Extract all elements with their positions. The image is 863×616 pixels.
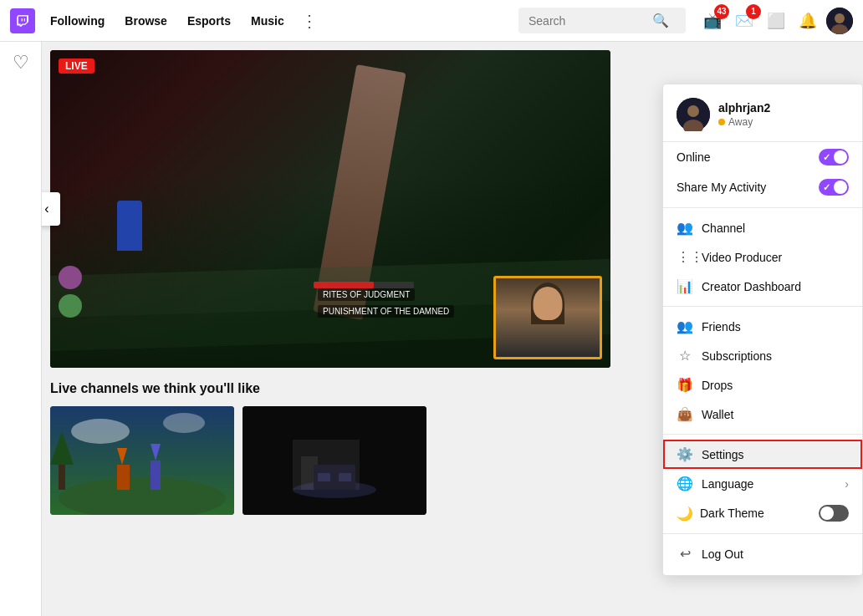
wallet-icon: 👜: [677, 406, 693, 422]
language-label: Language: [702, 477, 836, 491]
svg-point-1: [835, 13, 845, 23]
nav-following[interactable]: Following: [42, 9, 113, 33]
channel-card-2[interactable]: LIVE: [243, 406, 426, 515]
nav-links: Following Browse Esports Music ⋮: [42, 9, 323, 33]
svg-rect-11: [117, 465, 130, 490]
online-toggle[interactable]: ✓: [819, 149, 849, 165]
menu-item-friends[interactable]: 👥 Friends: [663, 312, 862, 341]
toggle-check2-icon: ✓: [823, 182, 830, 193]
messages-badge: 43: [714, 4, 729, 19]
dark-scene: [243, 406, 426, 515]
twitch-logo[interactable]: [10, 8, 35, 33]
user-avatar-button[interactable]: [826, 8, 853, 34]
webcam-person: [496, 278, 600, 357]
channel-thumb-2: LIVE: [243, 406, 426, 515]
main-content: ♡ LIVE RITES OF JUDGMENT PUNISH: [0, 42, 863, 616]
channel-mini-avatar: [59, 266, 82, 289]
share-activity-toggle[interactable]: ✓: [819, 179, 849, 196]
logout-icon: ↩: [677, 546, 693, 562]
toggle-check-icon: ✓: [823, 152, 830, 163]
webcam-overlay: [493, 276, 602, 359]
health-bar-fill: [314, 282, 374, 288]
alerts-badge: 1: [746, 4, 761, 19]
menu-item-video-producer[interactable]: ⋮⋮ Video Producer: [663, 242, 862, 272]
top-navigation: Following Browse Esports Music ⋮ 🔍 📺 43 …: [0, 0, 863, 42]
subscriptions-label: Subscriptions: [702, 349, 849, 363]
menu-item-subscriptions[interactable]: ☆ Subscriptions: [663, 341, 862, 370]
menu-item-language[interactable]: 🌐 Language ›: [663, 469, 862, 498]
creator-dashboard-icon: 📊: [677, 278, 693, 294]
creator-dashboard-label: Creator Dashboard: [702, 280, 849, 293]
status-dot-icon: [718, 119, 725, 125]
menu-divider-2: [663, 306, 862, 307]
share-activity-label: Share My Activity: [677, 181, 766, 194]
search-input[interactable]: [529, 14, 646, 28]
alerts-button[interactable]: ✉️ 1: [731, 8, 758, 34]
menu-divider-4: [663, 533, 862, 534]
svg-rect-12: [151, 461, 161, 490]
dota-scene: [50, 406, 234, 515]
nav-esports[interactable]: Esports: [179, 9, 239, 33]
menu-item-channel[interactable]: 👥 Channel: [663, 213, 862, 242]
svg-rect-21: [318, 473, 330, 481]
sidebar-heart-icon[interactable]: ♡: [13, 52, 29, 74]
channel-thumb-1: LIVE: [50, 406, 234, 515]
drops-icon: 🎁: [677, 377, 693, 393]
menu-username: alphrjan2: [718, 101, 770, 115]
menu-user-info: alphrjan2 Away: [718, 101, 770, 128]
webcam-head: [534, 287, 563, 320]
search-icon: 🔍: [652, 13, 669, 28]
online-toggle-row: Online ✓: [663, 142, 862, 172]
channel-label: Channel: [702, 221, 849, 235]
settings-icon: ⚙️: [677, 446, 693, 462]
friends-label: Friends: [702, 320, 849, 333]
messages-button[interactable]: 📺 43: [699, 8, 726, 34]
sidebar-left: ♡: [0, 42, 42, 616]
nav-music[interactable]: Music: [243, 9, 293, 33]
menu-divider-3: [663, 434, 862, 435]
settings-label: Settings: [702, 448, 849, 461]
theatre-button[interactable]: ⬜: [763, 8, 789, 34]
menu-item-wallet[interactable]: 👜 Wallet: [663, 400, 862, 429]
notifications-button[interactable]: 🔔: [794, 8, 821, 34]
dark-theme-label: Dark Theme: [700, 507, 764, 520]
svg-rect-22: [339, 473, 351, 481]
svg-point-24: [687, 105, 699, 117]
share-activity-toggle-row: Share My Activity ✓: [663, 172, 862, 202]
live-badge: LIVE: [59, 59, 94, 74]
subscriptions-icon: ☆: [677, 348, 693, 364]
user-dropdown-menu: alphrjan2 Away Online ✓ Share My Activit…: [662, 84, 863, 576]
dark-theme-toggle-row: 🌙 Dark Theme: [663, 498, 862, 528]
menu-user-section: alphrjan2 Away: [663, 94, 862, 142]
channel-mini-item: [59, 266, 82, 289]
language-icon: 🌐: [677, 476, 693, 491]
menu-status-text: Away: [728, 116, 753, 128]
channel-mini-list: [59, 266, 82, 318]
nav-browse[interactable]: Browse: [116, 9, 176, 33]
logout-label: Log Out: [702, 547, 849, 561]
menu-user-avatar: [677, 98, 710, 131]
channel-icon: 👥: [677, 220, 693, 236]
drops-label: Drops: [702, 379, 849, 392]
menu-item-logout[interactable]: ↩ Log Out: [663, 539, 862, 568]
menu-status: Away: [718, 116, 770, 128]
menu-item-settings[interactable]: ⚙️ Settings: [663, 440, 862, 469]
menu-divider-1: [663, 207, 862, 208]
channel-mini-avatar: [59, 294, 82, 318]
language-arrow-icon: ›: [845, 477, 849, 491]
prev-button[interactable]: ‹: [42, 192, 60, 226]
video-player[interactable]: LIVE RITES OF JUDGMENT PUNISHMENT OF THE…: [50, 50, 610, 368]
channel-card-1[interactable]: LIVE: [50, 406, 234, 515]
dark-theme-toggle[interactable]: [819, 505, 849, 522]
wallet-label: Wallet: [702, 408, 849, 421]
nav-icon-group: 📺 43 ✉️ 1 ⬜ 🔔: [699, 8, 853, 34]
menu-item-creator-dashboard[interactable]: 📊 Creator Dashboard: [663, 272, 862, 301]
friends-icon: 👥: [677, 318, 693, 334]
more-options[interactable]: ⋮: [296, 11, 323, 31]
svg-point-6: [71, 419, 130, 444]
hud-text2: PUNISHMENT OF THE DAMNED: [318, 305, 454, 318]
video-producer-label: Video Producer: [702, 251, 849, 264]
online-label: Online: [677, 150, 710, 164]
video-producer-icon: ⋮⋮: [677, 249, 693, 265]
menu-item-drops[interactable]: 🎁 Drops: [663, 370, 862, 400]
